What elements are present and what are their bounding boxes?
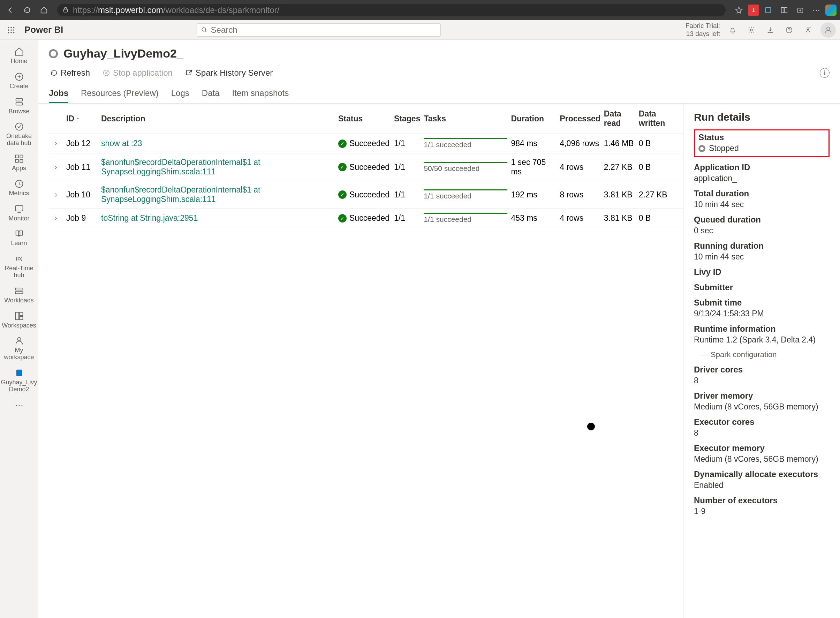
rail-browse[interactable]: Browse: [0, 94, 38, 119]
col-tasks[interactable]: Tasks: [424, 104, 511, 134]
notifications-icon[interactable]: [726, 24, 739, 36]
page-status-dot-icon: [49, 49, 58, 58]
expand-chevron-icon[interactable]: [53, 139, 58, 148]
info-icon[interactable]: i: [820, 68, 830, 78]
rail-create[interactable]: Create: [0, 68, 38, 94]
col-status[interactable]: Status: [338, 104, 394, 134]
cell-description-link[interactable]: show at :23: [101, 139, 142, 148]
help-icon[interactable]: [783, 24, 795, 36]
tab-snapshots[interactable]: Item snapshots: [232, 84, 289, 103]
extension-icon-blue[interactable]: [761, 3, 775, 17]
avatar[interactable]: [821, 22, 836, 38]
execcores-value: 8: [694, 428, 830, 438]
rail-current-item[interactable]: Guyhay_Livy Demo2: [0, 364, 38, 397]
collections-icon[interactable]: [793, 3, 807, 17]
feedback-icon[interactable]: [801, 24, 814, 36]
refresh-browser-button[interactable]: [20, 3, 34, 17]
cell-status: ✓Succeeded: [338, 214, 390, 223]
download-icon[interactable]: [764, 24, 776, 36]
cell-stages: 1/1: [394, 181, 424, 209]
stop-button: Stop application: [101, 66, 174, 80]
numexec-label: Number of executors: [694, 496, 830, 505]
rail-apps[interactable]: Apps: [0, 150, 38, 175]
col-data-read[interactable]: Data read: [604, 104, 639, 134]
run-details-panel: Run details Status Stopped Application I…: [683, 104, 840, 618]
col-duration[interactable]: Duration: [511, 104, 560, 134]
search-box[interactable]: [197, 23, 441, 37]
app-launcher-icon[interactable]: [4, 23, 18, 37]
check-icon: ✓: [338, 163, 347, 171]
tab-logs[interactable]: Logs: [171, 84, 189, 103]
execmem-value: Medium (8 vCores, 56GB memory): [694, 455, 830, 464]
spark-config-link[interactable]: — Spark configuration: [694, 350, 830, 359]
jobs-table: ID↑ Description Status Stages Tasks Dura…: [49, 104, 683, 228]
svg-point-17: [807, 28, 809, 30]
back-button[interactable]: [3, 3, 18, 17]
expand-chevron-icon[interactable]: [53, 190, 58, 199]
cell-processed: 4 rows: [560, 153, 604, 181]
run-details-title: Run details: [694, 111, 830, 123]
check-icon: ✓: [338, 140, 347, 148]
cell-read: 3.81 KB: [604, 181, 639, 209]
cell-description-link[interactable]: toString at String.java:2951: [101, 214, 198, 223]
execcores-label: Executor cores: [694, 417, 830, 427]
svg-rect-1: [766, 8, 771, 13]
queued-label: Queued duration: [694, 215, 830, 224]
refresh-icon: [50, 69, 58, 77]
browser-more-icon[interactable]: ⋯: [809, 3, 823, 17]
cell-duration: 453 ms: [511, 209, 560, 228]
running-label: Running duration: [694, 241, 830, 251]
tab-resources[interactable]: Resources (Preview): [81, 84, 159, 103]
lock-icon: [62, 5, 69, 15]
livy-label: Livy ID: [694, 267, 830, 277]
svg-point-12: [10, 32, 12, 33]
cell-id: Job 11: [66, 153, 101, 181]
cell-tasks: 1/1 succeeded: [424, 213, 508, 224]
rail-workspaces[interactable]: Workspaces: [0, 308, 38, 333]
svg-rect-32: [15, 312, 18, 319]
rail-more-icon[interactable]: ⋯: [0, 397, 38, 414]
col-processed[interactable]: Processed: [560, 104, 604, 134]
expand-chevron-icon[interactable]: [53, 162, 58, 172]
cell-processed: 4,096 rows: [560, 134, 604, 153]
rail-onelake[interactable]: OneLake data hub: [0, 118, 38, 150]
col-id[interactable]: ID↑: [66, 104, 101, 134]
status-value: Stopped: [709, 144, 739, 153]
history-button[interactable]: Spark History Server: [184, 66, 274, 80]
cell-description-link[interactable]: $anonfun$recordDeltaOperationInternal$1 …: [101, 157, 260, 176]
rail-monitor[interactable]: Monitor: [0, 201, 38, 226]
expand-chevron-icon[interactable]: [53, 214, 58, 223]
rail-home[interactable]: Home: [0, 43, 38, 68]
tab-jobs[interactable]: Jobs: [49, 84, 68, 103]
submittime-value: 9/13/24 1:58:33 PM: [694, 309, 830, 318]
rail-learn[interactable]: Learn: [0, 225, 38, 250]
favorite-icon[interactable]: [732, 3, 746, 17]
refresh-button[interactable]: Refresh: [49, 66, 91, 80]
totaldur-label: Total duration: [694, 189, 830, 198]
drivermem-value: Medium (8 vCores, 56GB memory): [694, 402, 830, 412]
extension-badge-red[interactable]: 1: [748, 4, 759, 16]
tab-data[interactable]: Data: [202, 84, 220, 103]
jobs-table-area: ID↑ Description Status Stages Tasks Dura…: [39, 104, 683, 618]
settings-icon[interactable]: [745, 24, 758, 36]
rail-myworkspace[interactable]: My workspace: [0, 332, 38, 364]
url-bar[interactable]: https://msit.powerbi.com/workloads/de-ds…: [57, 4, 726, 16]
cell-read: 3.81 KB: [604, 209, 639, 228]
page-title: Guyhay_LivyDemo2_: [64, 47, 183, 60]
split-screen-icon[interactable]: [777, 3, 791, 17]
cell-description-link[interactable]: $anonfun$recordDeltaOperationInternal$1 …: [101, 185, 260, 204]
home-browser-button[interactable]: [37, 3, 51, 17]
cell-stages: 1/1: [394, 153, 424, 181]
col-description[interactable]: Description: [101, 104, 338, 134]
cell-status: ✓Succeeded: [338, 162, 390, 172]
col-stages[interactable]: Stages: [394, 104, 424, 134]
cell-status: ✓Succeeded: [338, 190, 390, 199]
rail-workloads[interactable]: Workloads: [0, 282, 38, 308]
col-data-written[interactable]: Data written: [639, 104, 683, 134]
search-input[interactable]: [211, 25, 436, 35]
drivermem-label: Driver memory: [694, 391, 830, 401]
rail-realtime[interactable]: Real-Time hub: [0, 250, 38, 282]
rail-metrics[interactable]: Metrics: [0, 175, 38, 201]
copilot-icon[interactable]: [825, 4, 837, 16]
cell-stages: 1/1: [394, 209, 424, 228]
